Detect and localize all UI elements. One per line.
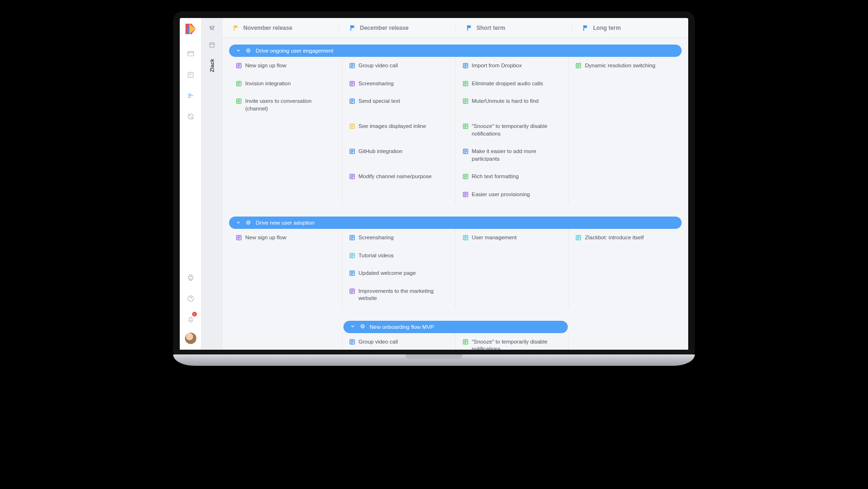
board-cell[interactable]	[569, 143, 682, 168]
board-cell[interactable]	[569, 264, 682, 282]
board-cell[interactable]	[229, 118, 342, 143]
card[interactable]: Rich text formatting	[462, 172, 563, 182]
card[interactable]: Invision integration	[235, 79, 336, 89]
swimlane-row: GitHub integration Make it easier to add…	[229, 143, 682, 168]
card[interactable]: Dynamic resolution switching	[574, 61, 676, 71]
board-cell[interactable]	[229, 264, 342, 282]
board-cell[interactable]	[569, 186, 682, 204]
board-cell[interactable]: Invite users to conversation (channel)	[229, 92, 342, 118]
board-cell[interactable]: Group video call	[342, 57, 456, 75]
card-flag-icon	[575, 235, 582, 241]
card[interactable]: Make it easier to add more participants	[462, 146, 563, 164]
board-cell[interactable]	[569, 168, 682, 186]
card[interactable]: GitHub integration	[348, 146, 450, 157]
card[interactable]: Group video call	[348, 337, 450, 347]
nav-discover-icon[interactable]	[180, 106, 202, 127]
swimlane-header[interactable]: Drive ongoing user engagement	[229, 45, 682, 57]
board-cell[interactable]: Make it easier to add more participants	[456, 143, 569, 168]
column-header[interactable]: November release	[222, 25, 339, 31]
column-header[interactable]: Long term	[572, 25, 688, 31]
card[interactable]: See images displayed inline	[348, 121, 450, 132]
board-cell[interactable]	[569, 75, 682, 93]
board-cell[interactable]: New sign up flow	[229, 57, 342, 75]
nav-help-icon[interactable]	[180, 288, 202, 309]
user-avatar[interactable]	[185, 333, 196, 344]
card[interactable]: Improvements to the marketing website	[348, 286, 450, 304]
card[interactable]: Send special text	[348, 96, 450, 107]
card[interactable]: New sign up flow	[235, 61, 336, 71]
nav-inbox-icon[interactable]	[180, 44, 202, 64]
board-cell[interactable]: Tutorial videos	[342, 247, 456, 265]
board-cell[interactable]: Improvements to the marketing website	[342, 282, 456, 308]
board-cell[interactable]	[569, 118, 682, 143]
card[interactable]: User management	[462, 233, 563, 243]
board-cell[interactable]: Send special text	[342, 92, 456, 118]
card[interactable]: "Snooze" to temporarily disable notifica…	[462, 121, 563, 139]
board-cell[interactable]	[229, 143, 342, 168]
board-cell[interactable]	[229, 168, 342, 186]
board-cell[interactable]: Zlackbot: introduce itself	[569, 229, 682, 247]
card[interactable]: Modify channel name/purpose	[348, 172, 450, 182]
board-cell[interactable]	[569, 333, 682, 350]
card[interactable]: "Snooze" to temporarily disable notifica…	[462, 337, 563, 350]
board-cell[interactable]	[456, 247, 569, 265]
board-cell[interactable]: Easier user provisioning	[456, 186, 569, 204]
subnav-board-icon[interactable]	[209, 42, 215, 50]
nav-notifications-icon[interactable]: 1	[180, 309, 202, 330]
swimlane-header[interactable]: Drive new user adoption	[229, 217, 682, 229]
board-cell[interactable]: Group video call	[342, 333, 456, 350]
app-logo-icon[interactable]	[185, 24, 196, 34]
board-cell[interactable]: Dynamic resolution switching	[569, 57, 682, 75]
card[interactable]: Screensharing	[348, 79, 450, 89]
board-cell[interactable]: Invision integration	[229, 75, 342, 93]
board-cell[interactable]	[229, 247, 342, 265]
board-cell[interactable]: See images displayed inline	[342, 118, 456, 143]
board-cell[interactable]: Updated welcome page	[342, 264, 456, 282]
column-header[interactable]: December release	[339, 25, 456, 31]
card-flag-icon	[236, 98, 242, 104]
swimlane-header[interactable]: New onboarding flow MVP	[343, 321, 568, 333]
board-cell[interactable]: Mute/Unmute is hard to find	[456, 92, 569, 118]
board-cell[interactable]: "Snooze" to temporarily disable notifica…	[456, 333, 569, 350]
swimlane-title: Drive new user adoption	[256, 220, 314, 226]
board-cell[interactable]: Screensharing	[342, 229, 456, 247]
board-cell[interactable]: "Snooze" to temporarily disable notifica…	[456, 118, 569, 143]
card[interactable]: Easier user provisioning	[462, 190, 563, 200]
card[interactable]: Screensharing	[348, 233, 450, 243]
card[interactable]: Import from Dropbox	[462, 61, 563, 71]
board-cell[interactable]: Screensharing	[342, 75, 456, 93]
card[interactable]: Group video call	[348, 61, 450, 71]
subnav-settings-icon[interactable]	[209, 25, 215, 33]
column-header[interactable]: Short term	[456, 25, 573, 31]
card[interactable]: Zlackbot: introduce itself	[574, 233, 676, 243]
board-cell[interactable]: Rich text formatting	[456, 168, 569, 186]
board-cell[interactable]	[229, 282, 342, 308]
board-cell[interactable]: Modify channel name/purpose	[342, 168, 456, 186]
board-cell[interactable]: New sign up flow	[229, 229, 342, 247]
card[interactable]: Mute/Unmute is hard to find	[462, 96, 563, 107]
card[interactable]: Invite users to conversation (channel)	[235, 96, 336, 114]
nav-roadmap-icon[interactable]	[180, 85, 202, 106]
card[interactable]: Updated welcome page	[348, 268, 450, 279]
board-cell[interactable]	[456, 282, 569, 308]
target-icon	[360, 324, 365, 330]
board-cell[interactable]	[229, 186, 342, 204]
card[interactable]: New sign up flow	[235, 233, 336, 243]
svg-point-7	[210, 27, 211, 27]
board-cell[interactable]	[342, 186, 456, 204]
board-cell[interactable]: Import from Dropbox	[456, 57, 569, 75]
board-cell[interactable]: GitHub integration	[342, 143, 456, 168]
card[interactable]: Eliminate dropped audio calls	[462, 79, 563, 89]
board-cell[interactable]: Eliminate dropped audio calls	[456, 75, 569, 93]
board-scroll[interactable]: Drive ongoing user engagement New sign u…	[222, 38, 688, 350]
card[interactable]: Tutorial videos	[348, 251, 450, 261]
board-cell[interactable]	[569, 247, 682, 265]
card-title: See images displayed inline	[359, 123, 449, 130]
board-cell[interactable]	[569, 282, 682, 308]
board-cell[interactable]	[456, 264, 569, 282]
board-cell[interactable]	[229, 333, 342, 350]
board-cell[interactable]: User management	[456, 229, 569, 247]
nav-notes-icon[interactable]	[180, 64, 202, 85]
board-cell[interactable]	[569, 92, 682, 118]
nav-print-icon[interactable]	[180, 267, 202, 288]
